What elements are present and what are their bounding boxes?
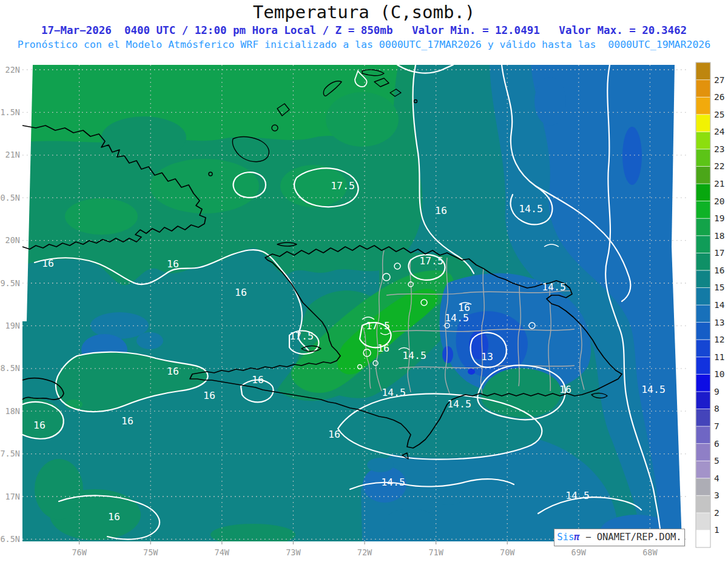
colorbar-segment (696, 444, 710, 461)
colorbar-segment (696, 478, 710, 496)
contour-value-label: 17.5 (366, 320, 390, 332)
contour-value-label: 17.5 (419, 255, 443, 267)
colorbar-segment (696, 201, 710, 219)
y-axis-label: 18N (5, 406, 20, 416)
chart-title: Temperatura (C,somb.) (0, 2, 728, 22)
colorbar-label: 15 (714, 283, 724, 292)
colorbar-segment (696, 236, 710, 253)
colorbar-label: 23 (714, 144, 724, 154)
contour-value-label: 16 (559, 384, 571, 395)
x-axis-label: 76W (72, 547, 87, 557)
y-axis-label: 17N (5, 492, 20, 501)
colorbar-segment (696, 513, 710, 530)
y-axis-label: 7.5N (0, 449, 20, 458)
colorbar-segment (696, 392, 710, 409)
contour-value-label: 16 (121, 415, 133, 427)
colorbar-label: 7 (714, 421, 720, 431)
colorbar-label: 27 (714, 75, 724, 85)
contour-value-label: 16 (167, 366, 179, 377)
colorbar-label: 18 (714, 231, 724, 241)
contour-value-label: 16 (33, 420, 46, 431)
colorbar-segment (696, 80, 710, 98)
colorbar-label: 2 (714, 508, 720, 518)
contour-value-label: 16 (108, 511, 120, 523)
colorbar-segment (696, 409, 710, 426)
contour-value-label: 14.5 (519, 203, 543, 215)
colorbar-label: 6 (714, 439, 720, 449)
colorbar-label: 20 (714, 196, 724, 206)
map-canvas: 17.51614.516161617.514.51614.517.517.516… (0, 0, 728, 562)
y-axis-label: 0.5N (0, 193, 20, 202)
contour-value-label: 14.5 (565, 490, 590, 501)
colorbar-segment (696, 132, 710, 149)
colorbar-segment (696, 253, 710, 270)
colorbar-segment (696, 287, 710, 305)
contour-value-label: 14.5 (445, 312, 469, 324)
source-separator: − (580, 532, 597, 543)
colorbar-segment (696, 62, 710, 80)
colorbar-segment (696, 495, 710, 513)
contour-value-label: 14.5 (381, 477, 405, 488)
contour-value-label: 16 (235, 287, 247, 298)
contour-value-label: 14.5 (447, 398, 471, 410)
map-area: 17.51614.516161617.514.51614.517.517.516… (22, 65, 687, 549)
colorbar-label: 13 (714, 318, 724, 327)
colorbar-segment (696, 461, 710, 478)
colorbar-segment (696, 305, 710, 323)
colorbar-label: 17 (714, 248, 724, 258)
colorbar-segment (696, 115, 710, 132)
colorbar-label: 21 (714, 179, 724, 189)
x-axis-label: 70W (500, 547, 515, 557)
colorbar-label: 3 (714, 490, 720, 500)
x-axis-label: 71W (428, 547, 443, 557)
x-axis-label: 69W (571, 547, 587, 557)
colorbar-segment (696, 218, 710, 236)
colorbar-label: 19 (714, 213, 724, 223)
contour-value-label: 17.5 (331, 180, 355, 192)
colorbar-label: 26 (714, 92, 724, 102)
colorbar-segment (696, 357, 710, 375)
y-axis-label: 8.5N (0, 363, 20, 373)
colorbar-label: 24 (714, 127, 725, 136)
colorbar-label: 9 (714, 387, 720, 396)
y-axis-label: 1.5N (0, 107, 20, 117)
colorbar-label: 16 (714, 266, 724, 275)
x-axis-label: 73W (286, 547, 301, 557)
colorbar-label: 8 (714, 404, 720, 413)
x-axis-label: 74W (215, 547, 230, 557)
colorbar-label: 12 (714, 335, 724, 344)
contour-value-label: 16 (328, 429, 340, 440)
contour-value-label: 17.5 (289, 330, 314, 342)
y-axis-label: 20N (5, 235, 20, 245)
colorbar-segment (696, 184, 710, 201)
x-axis-label: 72W (357, 547, 372, 557)
contour-value-label: 16 (377, 343, 389, 354)
contour-value-label: 16 (252, 374, 264, 386)
colorbar: 1234567891011121314151617181920212223242… (696, 62, 725, 547)
colorbar-segment (696, 374, 710, 392)
contour-value-label: 14.5 (402, 350, 426, 361)
weather-chart-figure: 17.51614.516161617.514.51614.517.517.516… (0, 0, 728, 562)
colorbar-segment (696, 166, 710, 184)
y-axis-label: 6.5N (0, 534, 20, 544)
source-attribution-box: Sisπ − ONAMET/REP.DOM. (554, 529, 685, 546)
colorbar-segment (696, 426, 710, 444)
temperature-fill-layers (22, 65, 687, 549)
y-axis-label: 9.5N (0, 278, 20, 288)
y-axis-label: 19N (5, 321, 20, 330)
chart-subtitle-validtime: 17−Mar−2026 0400 UTC / 12:00 pm Hora Loc… (0, 24, 728, 36)
contour-value-label: 14.5 (382, 387, 406, 398)
y-axis-label: 22N (5, 65, 20, 75)
colorbar-label: 10 (714, 369, 724, 379)
colorbar-segment (696, 149, 710, 167)
source-org-label: ONAMET/REP.DOM. (597, 532, 682, 543)
colorbar-segment (696, 530, 710, 547)
sispi-logo-sis: Sis (557, 532, 574, 543)
colorbar-label: 11 (714, 352, 724, 362)
colorbar-label: 25 (714, 110, 724, 119)
colorbar-label: 14 (714, 300, 725, 310)
chart-subtitle-model: Pronóstico con el Modelo Atmósferico WRF… (0, 39, 728, 50)
colorbar-segment (696, 340, 710, 357)
colorbar-label: 4 (714, 473, 720, 483)
y-axis-label: 21N (5, 150, 20, 159)
